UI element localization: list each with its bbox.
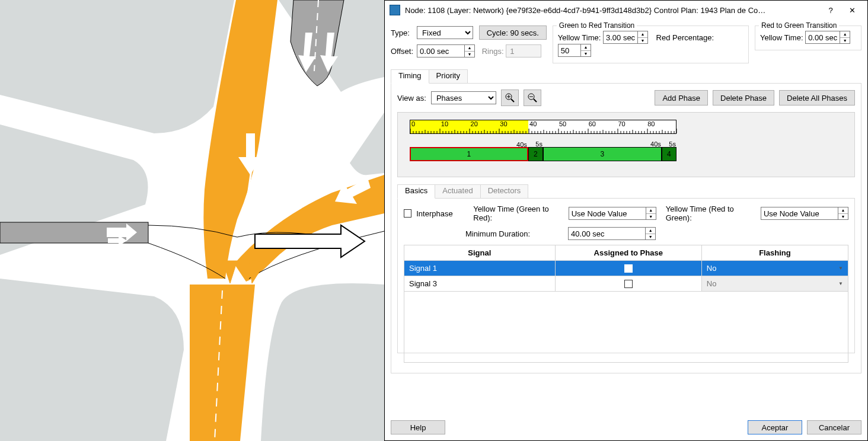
phase-duration-label: 40s: [516, 141, 527, 148]
r2g-title: Red to Green Transition: [759, 21, 839, 30]
assigned-checkbox[interactable]: [624, 280, 633, 288]
tick-label: 60: [588, 120, 596, 127]
col-flashing: Flashing: [701, 245, 848, 261]
col-assigned: Assigned to Phase: [555, 245, 701, 261]
intersection-map: [0, 0, 384, 441]
tick-label: 20: [470, 120, 478, 127]
timeline-panel: 01020304050607080 140s25s340s45s: [397, 112, 855, 177]
yt-r2g-label: Yellow Time (Red to Green):: [666, 204, 756, 222]
assigned-checkbox[interactable]: [624, 264, 633, 273]
cancel-button[interactable]: Cancelar: [807, 420, 861, 434]
table-row[interactable]: Signal 1No▼: [404, 261, 848, 276]
tab-priority[interactable]: Priority: [429, 69, 468, 84]
r2g-yellow-input[interactable]: ▲▼: [805, 31, 850, 44]
g2r-title: Green to Red Transition: [557, 21, 637, 30]
control-plan-dialog: Node: 1108 (Layer: Network) {ee79f32e-e6…: [384, 0, 868, 441]
tick-label: 30: [499, 120, 507, 127]
flashing-cell[interactable]: No▼: [701, 261, 848, 276]
chevron-up-icon[interactable]: ▲: [465, 45, 474, 52]
svg-line-5: [511, 99, 514, 102]
tick-label: 10: [440, 120, 448, 127]
yt-g2r-label: Yellow Time (Green to Red):: [473, 204, 563, 222]
table-row[interactable]: Signal 3No▼: [404, 276, 848, 292]
red-to-green-group: Red to Green Transition Yellow Time: ▲▼: [755, 25, 861, 50]
g2r-redpct-input[interactable]: ▲▼: [558, 44, 591, 57]
subtab-actuated[interactable]: Actuated: [435, 184, 480, 199]
tick-label: 50: [558, 120, 566, 127]
phase-bar-4[interactable]: 45s: [662, 147, 676, 161]
tick-label: 80: [646, 120, 655, 127]
flashing-cell[interactable]: No▼: [701, 276, 848, 292]
close-icon[interactable]: ✕: [841, 3, 863, 17]
yt-g2r-input[interactable]: ▲▼: [569, 207, 656, 220]
phase-bar-1[interactable]: 140s: [410, 147, 528, 161]
min-dur-label: Minimum Duration:: [465, 229, 530, 238]
green-to-red-group: Green to Red Transition Yellow Time: ▲▼ …: [553, 25, 749, 63]
phase-duration-label: 5s: [535, 140, 542, 148]
zoom-out-icon[interactable]: [524, 90, 541, 106]
signal-table: Signal Assigned to Phase Flashing Signal…: [404, 245, 848, 292]
tick-label: 70: [617, 120, 625, 127]
interphase-checkbox[interactable]: [404, 209, 411, 218]
titlebar: Node: 1108 (Layer: Network) {ee79f32e-e6…: [385, 1, 867, 20]
r2g-yellow-label: Yellow Time:: [760, 33, 803, 42]
map-svg: [0, 0, 384, 441]
phase-duration-label: 5s: [669, 140, 676, 148]
g2r-yellow-label: Yellow Time:: [558, 33, 601, 42]
interphase-label: Interphase: [416, 209, 452, 218]
subtab-basics[interactable]: Basics: [397, 184, 435, 199]
tick-label: 0: [410, 120, 415, 127]
g2r-yellow-input[interactable]: ▲▼: [603, 31, 648, 44]
phase-bar-2[interactable]: 25s: [528, 147, 543, 161]
offset-input[interactable]: ▲▼: [417, 44, 475, 57]
rings-value: 1: [506, 44, 541, 57]
view-as-select[interactable]: Phases: [431, 91, 496, 104]
delete-all-phases-button[interactable]: Delete All Phases: [779, 90, 855, 106]
chevron-down-icon: ▼: [838, 266, 843, 271]
tick-label: 40: [528, 120, 537, 127]
signal-cell: Signal 1: [404, 261, 556, 276]
g2r-redpct-label: Red Percentage:: [656, 33, 714, 42]
phase-bar-3[interactable]: 340s: [543, 147, 662, 161]
svg-line-9: [534, 99, 537, 102]
window-title: Node: 1108 (Layer: Network) {ee79f32e-e6…: [405, 6, 820, 15]
type-label: Type:: [391, 28, 413, 37]
tab-timing[interactable]: Timing: [391, 69, 429, 84]
chevron-down-icon[interactable]: ▼: [465, 52, 474, 57]
type-select[interactable]: Fixed: [417, 26, 473, 39]
yt-r2g-input[interactable]: ▲▼: [761, 207, 848, 220]
zoom-in-icon[interactable]: [501, 90, 519, 106]
timeline-ruler[interactable]: 01020304050607080: [410, 120, 676, 134]
rings-label: Rings:: [482, 47, 504, 56]
cycle-button[interactable]: Cycle: 90 secs.: [479, 25, 547, 40]
accept-button[interactable]: Aceptar: [748, 420, 802, 434]
phase-duration-label: 40s: [650, 140, 661, 148]
col-signal: Signal: [404, 245, 556, 261]
help-titlebar-button[interactable]: ?: [820, 3, 841, 17]
view-as-label: View as:: [397, 94, 426, 103]
subtab-detectors[interactable]: Detectors: [480, 184, 529, 199]
add-phase-button[interactable]: Add Phase: [655, 90, 708, 106]
offset-label: Offset:: [391, 47, 413, 56]
delete-phase-button[interactable]: Delete Phase: [713, 90, 774, 106]
min-dur-input[interactable]: ▲▼: [568, 227, 656, 240]
chevron-down-icon: ▼: [838, 281, 843, 286]
app-icon: [390, 5, 400, 15]
help-button[interactable]: Help: [391, 420, 445, 434]
signal-cell: Signal 3: [404, 276, 556, 292]
